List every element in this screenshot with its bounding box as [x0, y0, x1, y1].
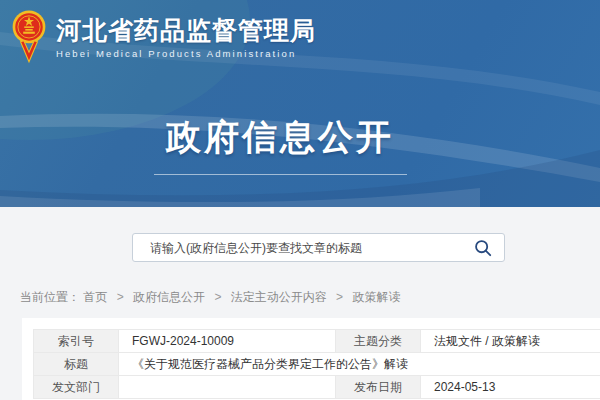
- search-button[interactable]: [462, 234, 504, 261]
- site-title: 河北省药品监督管理局: [56, 18, 316, 43]
- banner-title: 政府信息公开: [0, 114, 560, 161]
- title-value: 《关于规范医疗器械产品分类界定工作的公告》解读: [119, 353, 600, 376]
- document-info-table: 索引号 FGWJ-2024-10009 主题分类 法规文件 / 政策解读 标题 …: [33, 329, 600, 399]
- banner-title-block: 政府信息公开: [0, 114, 560, 175]
- site-header: 河北省药品监督管理局 Hebei Medical Products Admini…: [0, 0, 600, 207]
- national-emblem-logo: [12, 10, 46, 66]
- site-brand: 河北省药品监督管理局 Hebei Medical Products Admini…: [12, 10, 316, 66]
- index-number-value: FGWJ-2024-10009: [119, 330, 336, 353]
- search-box: [132, 233, 505, 262]
- search-input[interactable]: [133, 234, 462, 261]
- breadcrumb-item-policy-interpretation[interactable]: 政策解读: [352, 290, 400, 304]
- search-icon: [474, 239, 492, 257]
- content-panel: 索引号 FGWJ-2024-10009 主题分类 法规文件 / 政策解读 标题 …: [22, 318, 600, 400]
- title-label: 标题: [34, 353, 119, 376]
- breadcrumb-item-info-disclosure[interactable]: 政府信息公开: [133, 290, 205, 304]
- publish-date-label: 发布日期: [336, 376, 421, 399]
- table-row: 发文部门 发布日期 2024-05-13: [34, 376, 600, 399]
- breadcrumb-item-statutory-content[interactable]: 法定主动公开内容: [231, 290, 327, 304]
- breadcrumb-separator: >: [336, 290, 343, 304]
- topic-category-value: 法规文件 / 政策解读: [421, 330, 600, 353]
- site-subtitle: Hebei Medical Products Administration: [56, 48, 316, 59]
- issuing-department-label: 发文部门: [34, 376, 119, 399]
- publish-date-value: 2024-05-13: [421, 376, 600, 399]
- breadcrumb-prefix: 当前位置：: [20, 290, 80, 304]
- issuing-department-value: [119, 376, 336, 399]
- breadcrumb-separator: >: [117, 290, 124, 304]
- breadcrumb: 当前位置： 首页 > 政府信息公开 > 法定主动公开内容 > 政策解读: [20, 289, 400, 306]
- index-number-label: 索引号: [34, 330, 119, 353]
- brand-text: 河北省药品监督管理局 Hebei Medical Products Admini…: [56, 10, 316, 59]
- breadcrumb-item-home[interactable]: 首页: [83, 290, 107, 304]
- banner-underline: [154, 174, 407, 175]
- table-row: 索引号 FGWJ-2024-10009 主题分类 法规文件 / 政策解读: [34, 330, 600, 353]
- table-row: 标题 《关于规范医疗器械产品分类界定工作的公告》解读: [34, 353, 600, 376]
- page: 河北省药品监督管理局 Hebei Medical Products Admini…: [0, 0, 600, 400]
- breadcrumb-separator: >: [214, 290, 221, 304]
- topic-category-label: 主题分类: [336, 330, 421, 353]
